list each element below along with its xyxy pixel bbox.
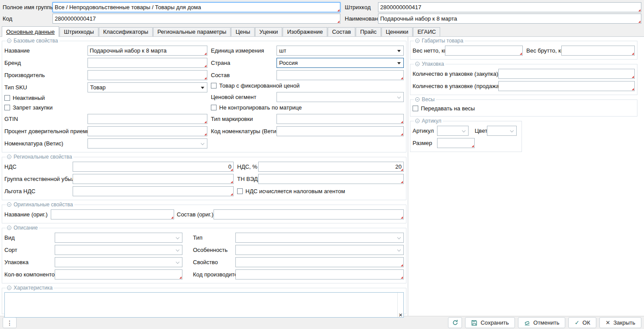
- tab-price-list[interactable]: Прайс: [356, 27, 381, 36]
- vat-agent-checkbox[interactable]: [237, 188, 243, 194]
- refresh-button[interactable]: [448, 317, 462, 328]
- tab-image[interactable]: Изображение: [283, 27, 327, 36]
- name-field: [378, 14, 641, 24]
- dropdown-arrow-icon: [397, 62, 401, 64]
- unit-combo[interactable]: шт: [276, 46, 404, 56]
- qty-sale-input[interactable]: [500, 81, 633, 91]
- gross-weight-field: [561, 46, 635, 56]
- collapse-icon[interactable]: [7, 202, 11, 207]
- collapse-icon[interactable]: [415, 97, 420, 102]
- package-combo[interactable]: [55, 257, 182, 267]
- fixed-price-checkbox-row[interactable]: Товар с фиксированной ценой: [211, 82, 404, 89]
- vetis-code-input[interactable]: [279, 127, 402, 136]
- group-package: Упаковка Количество в упаковке (закупка)…: [410, 61, 637, 95]
- kind-combo[interactable]: [55, 233, 182, 243]
- tab-classifiers[interactable]: Классификаторы: [99, 27, 153, 36]
- tnved-input[interactable]: [260, 174, 402, 184]
- basic-columns: Название Бренд Производитель Тип SKU Тов…: [4, 44, 404, 151]
- marking-type-input[interactable]: [279, 114, 402, 124]
- brand-input[interactable]: [90, 58, 205, 67]
- vat-percent-input[interactable]: [260, 162, 402, 171]
- price-segment-combo[interactable]: [276, 92, 404, 102]
- vat-agent-checkbox-row[interactable]: НДС исчисляется налоговым агентом: [237, 188, 345, 195]
- purchase-ban-checkbox[interactable]: [4, 105, 10, 110]
- tab-composition[interactable]: Состав: [328, 27, 355, 36]
- components-input[interactable]: [57, 270, 180, 279]
- send-to-scales-checkbox[interactable]: [413, 106, 418, 111]
- ok-button[interactable]: ✓ ОК: [568, 317, 596, 328]
- country-combo[interactable]: Россия: [276, 58, 404, 68]
- tab-label: ЕГАИС: [417, 28, 436, 35]
- save-button[interactable]: Сохранить: [465, 317, 515, 328]
- name-input[interactable]: [380, 14, 639, 23]
- tab-regional-params[interactable]: Региональные параметры: [153, 27, 231, 36]
- qty-purchase-input[interactable]: [500, 69, 633, 78]
- code-input[interactable]: [55, 14, 338, 23]
- sku-type-combo[interactable]: Товар: [88, 82, 207, 92]
- close-button-label: Закрыть: [613, 319, 635, 326]
- tab-barcodes[interactable]: Штрихкоды: [60, 27, 98, 36]
- vat-benefit-input[interactable]: [75, 187, 231, 196]
- net-weight-input[interactable]: [447, 46, 521, 55]
- cancel-button[interactable]: Отменить: [518, 317, 565, 328]
- name-label: Наименование: [340, 15, 378, 22]
- feature-combo[interactable]: [235, 245, 404, 255]
- collapse-icon[interactable]: [7, 226, 11, 230]
- size-input[interactable]: [439, 138, 472, 148]
- tab-price-tags[interactable]: Ценники: [382, 27, 413, 36]
- gtin-input[interactable]: [90, 114, 205, 124]
- group-package-legend: Упаковка: [414, 61, 445, 67]
- collapse-icon[interactable]: [415, 119, 420, 123]
- collapse-icon[interactable]: [415, 39, 420, 43]
- composition-input[interactable]: [279, 71, 402, 80]
- package-label: Упаковка: [4, 259, 55, 265]
- clear-icon[interactable]: ×: [399, 311, 402, 318]
- collapse-icon[interactable]: [7, 155, 11, 159]
- property-label: Свойство: [182, 259, 235, 265]
- loss-group-input[interactable]: [75, 174, 231, 184]
- tab-egais[interactable]: ЕГАИС: [413, 27, 440, 36]
- manufacturer-input[interactable]: [90, 71, 205, 80]
- barcode-input[interactable]: [380, 3, 639, 12]
- dropdown-arrow-icon: [397, 50, 401, 52]
- no-matrix-checkbox-row[interactable]: Не контролировать по матрице: [211, 104, 404, 111]
- tab-prices[interactable]: Цены: [231, 27, 254, 36]
- product-name-input[interactable]: [90, 46, 205, 55]
- tab-markdowns[interactable]: Уценки: [255, 27, 282, 36]
- vat-input[interactable]: [75, 162, 231, 171]
- group-legend-text: Базовые свойства: [14, 38, 58, 44]
- close-button[interactable]: ✕ Закрыть: [599, 317, 641, 328]
- vat-benefit-field: [73, 186, 234, 196]
- tab-main-data[interactable]: Основные данные: [2, 26, 59, 37]
- purchase-ban-checkbox-row[interactable]: Запрет закупки: [4, 104, 207, 111]
- no-matrix-checkbox[interactable]: [211, 105, 217, 110]
- gtin-label: GTIN: [4, 116, 88, 122]
- color-combo[interactable]: [487, 126, 517, 136]
- row-weights: Вес нетто, кг Вес брутто, кг: [413, 46, 635, 56]
- characteristic-textarea[interactable]: [5, 293, 397, 317]
- collapse-icon[interactable]: [7, 39, 11, 43]
- type-label: Тип: [182, 234, 235, 241]
- fixed-price-checkbox[interactable]: [211, 83, 217, 88]
- header: Полное имя группы Штрихкод Код Наименова…: [0, 0, 644, 26]
- collapse-icon[interactable]: [415, 62, 420, 66]
- orig-composition-input[interactable]: [216, 210, 402, 219]
- send-to-scales-checkbox-row[interactable]: Передавать на весы: [413, 105, 635, 112]
- vetis-nomenclature-combo[interactable]: [88, 138, 207, 149]
- inactive-checkbox-row[interactable]: Неактивный: [4, 95, 207, 101]
- sort-combo[interactable]: [55, 245, 182, 255]
- purchase-ban-checkbox-label: Запрет закупки: [13, 104, 52, 111]
- collapse-icon[interactable]: [7, 286, 11, 290]
- property-input[interactable]: [238, 258, 402, 267]
- menu-button[interactable]: ⋮: [3, 317, 17, 328]
- gross-weight-input[interactable]: [564, 46, 633, 55]
- type-combo[interactable]: [235, 233, 404, 243]
- article-combo[interactable]: [437, 126, 469, 136]
- orig-name-field: [51, 209, 174, 219]
- inactive-checkbox[interactable]: [4, 95, 10, 101]
- orig-name-input[interactable]: [53, 210, 172, 219]
- trust-accept-input[interactable]: [90, 127, 205, 136]
- manufacturer-code-input[interactable]: [238, 270, 402, 279]
- qty-purchase-label: Количество в упаковке (закупка): [413, 71, 498, 77]
- full-group-input[interactable]: [55, 3, 338, 12]
